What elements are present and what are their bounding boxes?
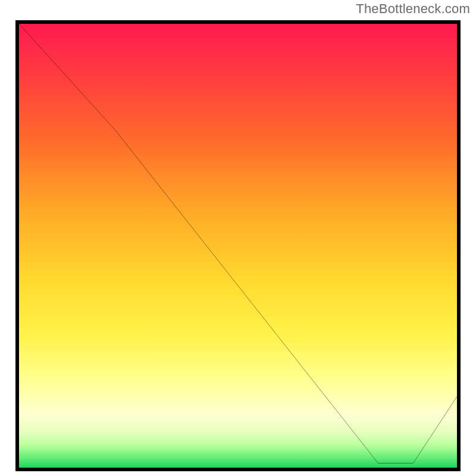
- page-root: TheBottleneck.com: [0, 0, 476, 476]
- chart-frame: [15, 20, 461, 471]
- chart-line: [19, 24, 457, 468]
- chart-inner: [19, 24, 457, 468]
- attribution-text: TheBottleneck.com: [356, 1, 470, 17]
